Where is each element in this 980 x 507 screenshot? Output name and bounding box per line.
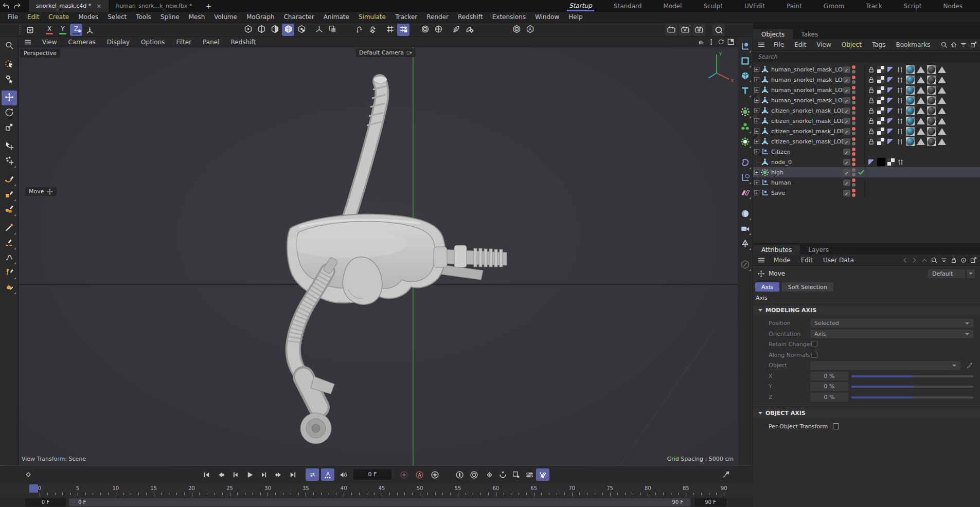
visibility-dots[interactable] bbox=[852, 168, 856, 176]
visibility-dot-grey[interactable] bbox=[852, 132, 856, 135]
keyframe-diamond-icon[interactable] bbox=[22, 468, 35, 481]
z-value-field[interactable]: 0 % bbox=[810, 393, 848, 402]
attributes-menu-mode[interactable]: Mode bbox=[769, 257, 796, 264]
object-mode-button[interactable] bbox=[295, 24, 308, 36]
tag-sphere-dark-icon[interactable] bbox=[927, 65, 936, 74]
layout-tab-script[interactable]: Script bbox=[902, 2, 924, 11]
frameprev-button[interactable] bbox=[228, 468, 242, 481]
tag-tri-icon[interactable] bbox=[938, 118, 946, 124]
coordinate-system-button[interactable] bbox=[83, 24, 96, 36]
tag-tri-icon[interactable] bbox=[917, 97, 925, 104]
menu-simulate[interactable]: Simulate bbox=[354, 13, 390, 21]
instance-button[interactable] bbox=[739, 187, 752, 200]
attributes-menu-edit[interactable]: Edit bbox=[796, 257, 818, 264]
expand-icon[interactable]: + bbox=[754, 170, 759, 175]
spline-pen-tool[interactable] bbox=[2, 172, 17, 187]
live-selection-tool[interactable] bbox=[2, 57, 17, 72]
redo-icon[interactable] bbox=[11, 0, 23, 12]
autokey-range-button[interactable]: A bbox=[321, 468, 334, 481]
enabled-check-icon[interactable] bbox=[858, 168, 865, 176]
orbit-icon[interactable] bbox=[717, 38, 725, 46]
grid-lock-button[interactable] bbox=[397, 24, 409, 36]
viewport-menu-panel[interactable]: Panel bbox=[197, 39, 225, 46]
tab-layers[interactable]: Layers bbox=[800, 245, 837, 255]
object-row-citizen_snorkel_mask_LOD0[interactable]: +citizen_snorkel_mask_LOD0 bbox=[753, 136, 980, 147]
tag-flag-icon[interactable] bbox=[886, 97, 894, 104]
axis-lock-z[interactable]: Z bbox=[70, 24, 82, 36]
tag-tri-icon[interactable] bbox=[917, 138, 925, 145]
generator-button[interactable] bbox=[739, 106, 752, 119]
polygons-mode-button[interactable] bbox=[269, 24, 281, 36]
object-row-citizen_snorkel_mask_LOD1[interactable]: +citizen_snorkel_mask_LOD1 bbox=[753, 126, 980, 136]
tag-sphere-blue-icon[interactable] bbox=[906, 65, 915, 74]
visibility-dot-grey[interactable] bbox=[852, 70, 856, 74]
view-redo-button[interactable] bbox=[366, 24, 379, 36]
layout-tab-uvedit[interactable]: UVEdit bbox=[742, 2, 767, 11]
tag-sphere-dark-icon[interactable] bbox=[927, 76, 936, 84]
move-tool[interactable] bbox=[2, 90, 17, 105]
object-row-high[interactable]: +high bbox=[753, 167, 980, 177]
menu-animate[interactable]: Animate bbox=[319, 13, 354, 21]
edit-toggle-icon[interactable] bbox=[843, 87, 850, 94]
keyframe-settings-button[interactable] bbox=[428, 468, 441, 481]
tag-checker-icon[interactable] bbox=[877, 76, 884, 83]
pen-tool-button[interactable] bbox=[739, 40, 752, 53]
visibility-dots[interactable] bbox=[852, 189, 856, 197]
tag-tri-icon[interactable] bbox=[938, 87, 946, 94]
key-rotation-button[interactable] bbox=[467, 468, 480, 481]
tag-sphere-blue-icon[interactable] bbox=[906, 137, 915, 146]
tag-tri-icon[interactable] bbox=[938, 66, 946, 73]
rotate-tool[interactable] bbox=[2, 105, 17, 120]
retain-changes-checkbox[interactable] bbox=[811, 341, 817, 347]
visibility-dots[interactable] bbox=[852, 158, 856, 166]
tag-sphere-dark-icon[interactable] bbox=[927, 117, 936, 125]
expand-icon[interactable]: + bbox=[754, 139, 759, 144]
visibility-dot-red[interactable] bbox=[852, 193, 856, 197]
tag-lock-icon[interactable] bbox=[867, 117, 875, 125]
cube-pen-tool[interactable] bbox=[2, 202, 17, 217]
visibility-dots[interactable] bbox=[852, 178, 856, 187]
filter-icon[interactable] bbox=[960, 41, 967, 48]
current-frame-field[interactable]: 0 F bbox=[353, 469, 391, 480]
keyprev-button[interactable] bbox=[214, 468, 227, 481]
viewport-menu-filter[interactable]: Filter bbox=[170, 39, 197, 46]
tweak-tool[interactable] bbox=[2, 72, 17, 87]
null-object-button[interactable] bbox=[739, 172, 752, 185]
playhead[interactable] bbox=[29, 484, 38, 493]
key-pla-button[interactable] bbox=[496, 468, 509, 481]
arrowR-icon[interactable] bbox=[911, 257, 918, 264]
key-selected-button[interactable] bbox=[509, 468, 523, 481]
content-browser-button[interactable] bbox=[24, 24, 36, 36]
tag-checker-icon[interactable] bbox=[877, 117, 884, 124]
visibility-dot-red[interactable] bbox=[852, 148, 856, 151]
object-row-human_snorkel_mask_LOD0[interactable]: +human_snorkel_mask_LOD0 bbox=[753, 95, 980, 105]
tag-tri-icon[interactable] bbox=[938, 128, 946, 135]
layout-tab-startup[interactable]: Startup bbox=[567, 1, 594, 11]
objects-menu-object[interactable]: Object bbox=[836, 41, 867, 48]
tag-checker-icon[interactable] bbox=[877, 138, 884, 145]
y-slider[interactable] bbox=[851, 386, 973, 388]
visibility-dots[interactable] bbox=[852, 86, 856, 94]
expand-icon[interactable]: + bbox=[754, 108, 759, 113]
object-row-human_snorkel_mask_LOD3[interactable]: +human_snorkel_mask_LOD3 bbox=[753, 64, 980, 75]
environment-button[interactable] bbox=[739, 208, 752, 221]
undo-icon[interactable] bbox=[0, 0, 11, 12]
visibility-dot-red[interactable] bbox=[852, 137, 856, 141]
tag-black-icon[interactable] bbox=[877, 158, 885, 166]
visibility-dot-grey[interactable] bbox=[852, 111, 856, 115]
visibility-dot-red[interactable] bbox=[852, 86, 856, 89]
edit-toggle-icon[interactable] bbox=[843, 118, 850, 124]
attributes-menu-user-data[interactable]: User Data bbox=[818, 257, 859, 264]
edit-toggle-icon[interactable] bbox=[843, 66, 850, 73]
search-tool[interactable] bbox=[2, 39, 17, 53]
objects-menu-icon[interactable] bbox=[753, 41, 769, 49]
render-picture-viewer-button[interactable] bbox=[679, 24, 691, 36]
x-slider[interactable] bbox=[851, 375, 973, 377]
brush-tool[interactable] bbox=[2, 221, 17, 236]
visibility-dot-red[interactable] bbox=[852, 178, 856, 182]
layout-tab-track[interactable]: Track bbox=[864, 2, 884, 11]
key-position-button[interactable] bbox=[453, 468, 466, 481]
modeling-axis-header[interactable]: MODELING AXIS bbox=[753, 306, 980, 315]
viewport-menu-redshift[interactable]: Redshift bbox=[225, 39, 261, 46]
mode-button-axis[interactable]: Axis bbox=[755, 282, 779, 292]
